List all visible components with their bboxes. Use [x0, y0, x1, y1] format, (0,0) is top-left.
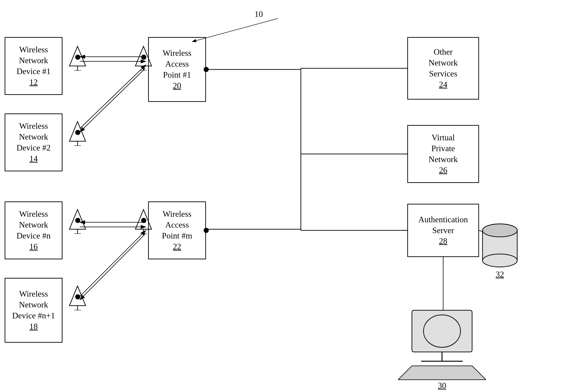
svg-rect-43: [412, 310, 472, 352]
wndN1-ref: 18: [29, 321, 38, 332]
svg-line-9: [80, 230, 146, 296]
wnd2-ref: 14: [29, 153, 38, 164]
wndN-box: WirelessNetworkDevice #n 16: [5, 201, 62, 259]
computer-icon: 30: [398, 308, 486, 390]
svg-line-10: [80, 234, 145, 300]
wapM-box: WirelessAccessPoint #m 22: [148, 201, 206, 259]
wap1-label: WirelessAccessPoint #1: [163, 48, 192, 80]
wap1-right-dot: [204, 67, 209, 72]
wndN1-label: WirelessNetworkDevice #n+1: [12, 289, 55, 321]
wnd2-label: WirelessNetworkDevice #2: [17, 121, 51, 153]
wnd1-ref: 12: [29, 77, 38, 88]
svg-marker-47: [398, 366, 486, 380]
network-diagram: 10 WirelessNetworkDevice #1 12 WirelessN…: [0, 0, 576, 392]
auth-box: AuthenticationServer 28: [407, 204, 479, 257]
ons-box: OtherNetworkServices 24: [407, 37, 479, 100]
svg-point-42: [483, 224, 517, 237]
wnd1-dot: [75, 55, 80, 60]
wap1-box: WirelessAccessPoint #1 20: [148, 37, 206, 102]
wapM-dot: [141, 218, 146, 223]
computer-ref: 30: [398, 381, 486, 390]
vpn-box: VirtualPrivateNetwork 26: [407, 125, 479, 183]
ons-ref: 24: [439, 79, 447, 90]
wnd1-box: WirelessNetworkDevice #1 12: [5, 37, 62, 95]
vpn-ref: 26: [439, 165, 447, 176]
ons-label: OtherNetworkServices: [429, 47, 458, 79]
wndN-ref: 16: [29, 241, 38, 252]
auth-ref: 28: [439, 236, 447, 247]
wnd1-label: WirelessNetworkDevice #1: [17, 44, 51, 77]
wnd2-box: WirelessNetworkDevice #2 14: [5, 114, 62, 171]
auth-label: AuthenticationServer: [418, 214, 468, 236]
svg-line-6: [80, 68, 145, 132]
database-icon: 32: [481, 222, 518, 279]
wapM-right-dot: [204, 228, 209, 233]
wndN1-dot: [75, 294, 80, 299]
wndN1-box: WirelessNetworkDevice #n+1 18: [5, 278, 62, 343]
wndN-dot: [75, 218, 80, 223]
db-ref: 32: [481, 270, 518, 279]
wapM-ref: 22: [173, 241, 181, 252]
vpn-label: VirtualPrivateNetwork: [429, 132, 458, 165]
svg-line-5: [80, 65, 146, 128]
ref-10: 10: [255, 9, 263, 19]
wap1-ref: 20: [173, 80, 181, 91]
wapM-label: WirelessAccessPoint #m: [162, 209, 192, 241]
svg-point-41: [483, 254, 517, 267]
wndN-label: WirelessNetworkDevice #n: [17, 209, 51, 241]
wnd2-dot: [75, 130, 80, 135]
wap1-dot: [141, 55, 146, 60]
